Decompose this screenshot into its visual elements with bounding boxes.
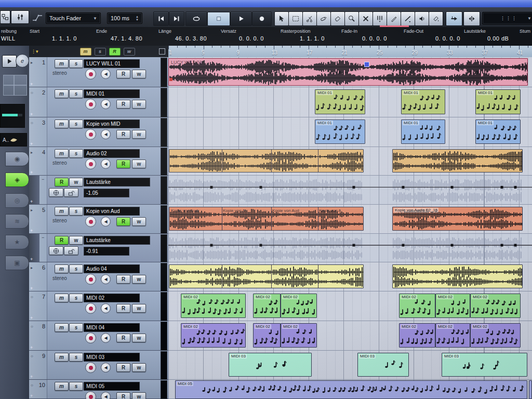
fader-panel-icon[interactable] bbox=[11, 10, 29, 24]
record-arm-button[interactable] bbox=[85, 129, 96, 140]
track-lane[interactable]: MIDI 01MIDI 01MIDI 01 bbox=[168, 117, 532, 147]
expand-automation-icon[interactable]: + bbox=[30, 286, 33, 290]
solo-button[interactable]: s bbox=[69, 294, 83, 302]
write-button[interactable]: w bbox=[132, 159, 146, 168]
write-button[interactable]: w bbox=[132, 392, 146, 399]
track-lane[interactable]: MIDI 05 bbox=[168, 380, 532, 399]
object-selection-tool[interactable] bbox=[274, 11, 289, 26]
window-title-bar[interactable] bbox=[0, 0, 532, 7]
automation-time-spinner[interactable]: 100 ms▲▼ bbox=[107, 12, 142, 24]
mute-button[interactable]: m bbox=[55, 149, 69, 158]
monitor-button[interactable]: ◀ bbox=[101, 129, 111, 139]
midi-clip[interactable]: MIDI 01 bbox=[315, 89, 365, 114]
track-name[interactable]: Audio 04 bbox=[84, 264, 140, 273]
timeline-ruler[interactable]: 1591317212529333741 bbox=[168, 46, 532, 58]
automation-track-row[interactable]: −+RwLautstärke-0.91 bbox=[29, 234, 168, 262]
track-lane[interactable]: MIDI 02MIDI 02MIDI 02MIDI 02MIDI 02MIDI … bbox=[168, 321, 532, 351]
midi-clip[interactable]: MIDI 02 bbox=[253, 294, 281, 318]
write-button[interactable]: w bbox=[132, 275, 146, 284]
automation-parameter-name[interactable]: Lautstärke bbox=[84, 178, 150, 187]
collapse-icon[interactable]: − bbox=[42, 177, 44, 182]
automation-lane[interactable] bbox=[168, 234, 532, 262]
sidebar-tab-star[interactable]: ★ bbox=[5, 235, 29, 249]
track-row[interactable]: ○7+msMIDI 02◀Rw bbox=[29, 291, 168, 321]
midi-clip[interactable]: MIDI 03 bbox=[442, 353, 527, 377]
automation-value[interactable]: -0.91 bbox=[84, 247, 129, 256]
midi-clip[interactable]: MIDI 01 bbox=[475, 119, 521, 144]
track-row[interactable]: ○9+msMIDI 03◀Rw bbox=[29, 351, 168, 380]
expand-automation-icon[interactable]: + bbox=[30, 200, 33, 204]
audio-clip[interactable]: LUCY WILL 01 bbox=[168, 58, 528, 86]
track-lane[interactable] bbox=[168, 147, 532, 176]
info-field-value[interactable]: 0.00 dB bbox=[487, 35, 509, 42]
record-arm-button[interactable] bbox=[85, 362, 96, 373]
clip-start-handle[interactable] bbox=[169, 78, 172, 81]
info-field-value[interactable]: WILL bbox=[1, 35, 16, 42]
midi-clip[interactable]: MIDI 01 bbox=[315, 119, 365, 144]
sidebar-play-button[interactable] bbox=[2, 55, 17, 68]
automation-lane[interactable] bbox=[168, 176, 532, 205]
automation-mode-dropdown[interactable]: Touch Fader▼ bbox=[46, 12, 101, 24]
stop-button[interactable] bbox=[207, 11, 230, 26]
track-row[interactable]: ○10+msMIDI 05◀Rw bbox=[29, 380, 168, 399]
global-read-indicator[interactable]: R bbox=[109, 48, 121, 56]
mute-button[interactable]: m bbox=[55, 323, 69, 332]
midi-clip[interactable]: MIDI 02 bbox=[470, 323, 521, 348]
expand-automation-icon[interactable]: + bbox=[30, 345, 33, 350]
write-button[interactable]: w bbox=[132, 70, 146, 78]
track-lane[interactable]: MIDI 03MIDI 03MIDI 03 bbox=[168, 351, 532, 380]
sidebar-tab-knob[interactable]: ◉ bbox=[5, 152, 29, 166]
monitor-button[interactable]: ◀ bbox=[101, 99, 111, 109]
expand-automation-icon[interactable]: + bbox=[30, 394, 33, 398]
read-button[interactable]: R bbox=[116, 392, 130, 399]
midi-clip[interactable]: MIDI 02 bbox=[399, 323, 435, 348]
track-lane[interactable]: LUCY WILL 01 bbox=[168, 57, 532, 87]
midi-clip[interactable]: MIDI 02 bbox=[435, 323, 470, 348]
track-list-window-icon[interactable] bbox=[159, 48, 165, 55]
monitor-button[interactable]: ◀ bbox=[101, 159, 111, 169]
audio-clip[interactable] bbox=[392, 149, 523, 172]
track-row[interactable]: ▸4+msAudio 02stereo◀Rw bbox=[29, 147, 168, 176]
time-warp-tool[interactable] bbox=[373, 11, 387, 26]
track-row[interactable]: ▸5+msKopie von Audstereo◀Rw bbox=[29, 205, 168, 234]
midi-clip[interactable]: MIDI 01 bbox=[475, 89, 521, 114]
automation-value[interactable]: -1.05 bbox=[84, 189, 129, 197]
automation-parameter-name[interactable]: Lautstärke bbox=[84, 236, 150, 245]
mute-button[interactable]: m bbox=[55, 353, 69, 362]
info-field-value[interactable]: 1. 1. 1. 0 bbox=[52, 35, 77, 42]
monitor-button[interactable]: ◀ bbox=[101, 217, 111, 227]
midi-clip[interactable]: MIDI 02 bbox=[470, 294, 521, 318]
collapse-icon[interactable]: − bbox=[42, 235, 44, 240]
go-end-button[interactable] bbox=[169, 11, 184, 26]
midi-clip[interactable]: MIDI 01 bbox=[401, 89, 445, 114]
write-button[interactable]: w bbox=[132, 363, 146, 372]
midi-clip[interactable]: MIDI 02 bbox=[281, 323, 317, 348]
solo-button[interactable]: s bbox=[69, 119, 83, 128]
audio-clip[interactable] bbox=[392, 264, 523, 288]
expand-automation-icon[interactable]: + bbox=[30, 142, 33, 146]
info-field-value[interactable]: 46. 0. 3. 80 bbox=[175, 35, 207, 42]
solo-button[interactable]: s bbox=[69, 353, 83, 362]
expand-automation-icon[interactable]: + bbox=[30, 316, 33, 320]
track-name[interactable]: MIDI 04 bbox=[84, 323, 140, 332]
lock-button[interactable] bbox=[64, 188, 78, 197]
split-tool[interactable] bbox=[302, 11, 317, 26]
solo-button[interactable]: s bbox=[69, 59, 83, 68]
record-arm-button[interactable] bbox=[85, 303, 96, 314]
midi-clip[interactable]: MIDI 02 bbox=[435, 294, 470, 318]
track-row[interactable]: ▸1+msLUCY WILL 01stereo◀Rw bbox=[29, 57, 168, 87]
midi-clip[interactable]: MIDI 02 bbox=[281, 294, 317, 318]
automation-track-row[interactable]: −+RwLautstärke-1.05 bbox=[29, 176, 168, 205]
mute-button[interactable]: m bbox=[55, 382, 69, 391]
automation-curve[interactable] bbox=[168, 176, 532, 205]
mute-button[interactable]: m bbox=[55, 89, 69, 98]
global-write-indicator[interactable]: w bbox=[124, 48, 135, 56]
color-tool[interactable] bbox=[429, 11, 443, 26]
midi-clip[interactable]: MIDI 02 bbox=[181, 294, 246, 318]
sidebar-tab-diamond[interactable]: ◈ bbox=[5, 172, 29, 187]
track-row[interactable]: ○3+msKopie von MID◀Rw bbox=[29, 117, 168, 147]
track-name[interactable]: MIDI 02 bbox=[84, 294, 140, 302]
monitor-button[interactable]: ◀ bbox=[101, 333, 111, 343]
mute-button[interactable]: m bbox=[55, 264, 69, 273]
track-name[interactable]: Audio 02 bbox=[84, 149, 140, 158]
